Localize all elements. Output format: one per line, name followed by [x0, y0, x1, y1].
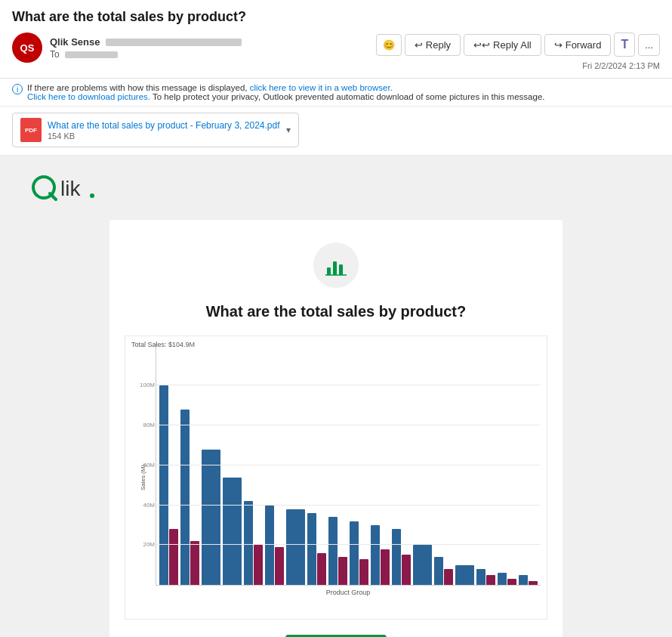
- teams-button[interactable]: T: [614, 32, 635, 57]
- more-options-button[interactable]: ...: [638, 34, 660, 56]
- attachment-bar: PDF What are the total sales by product …: [0, 107, 672, 156]
- svg-line-1: [50, 193, 56, 199]
- bar-group: [180, 410, 199, 585]
- emoji-button[interactable]: 😊: [376, 34, 402, 56]
- maroon-bar: [381, 549, 390, 585]
- bar-group: [371, 525, 390, 585]
- email-subject: What are the total sales by product?: [12, 9, 660, 32]
- recipient-redacted: [65, 51, 118, 58]
- qlik-logo: lik: [23, 171, 649, 205]
- sender-details: Qlik Sense To: [50, 36, 242, 60]
- maroon-bar: [317, 553, 326, 585]
- reply-all-icon: ↩↩: [473, 39, 490, 51]
- bar-group: [498, 573, 516, 585]
- teal-bar: [392, 529, 401, 585]
- reply-button[interactable]: ↩ Reply: [405, 34, 461, 56]
- attachment-item[interactable]: PDF What are the total sales by product …: [12, 113, 299, 147]
- email-body: lik What are the total sales by product?…: [0, 156, 672, 637]
- teal-bar: [159, 385, 168, 585]
- x-axis-label: Product Group: [156, 589, 541, 596]
- email-timestamp: Fri 2/2/2024 2:13 PM: [582, 61, 660, 70]
- bar-group: [307, 513, 326, 585]
- maroon-bar: [529, 581, 538, 585]
- sender-email-redacted: [106, 39, 242, 46]
- maroon-bar: [507, 579, 516, 585]
- chart-icon-circle: [313, 243, 359, 288]
- maroon-bar: [169, 529, 178, 585]
- svg-rect-6: [339, 264, 343, 275]
- bar-group: [159, 385, 178, 585]
- sender-info: QS Qlik Sense To: [12, 32, 242, 63]
- card-title: What are the total sales by product?: [125, 303, 547, 320]
- teal-bar: [371, 525, 380, 585]
- attachment-size: 154 KB: [48, 131, 280, 141]
- bar-group: [476, 569, 495, 585]
- teal-bar: [434, 557, 443, 585]
- teal-bar: [498, 573, 507, 585]
- teal-bar: [307, 513, 316, 585]
- maroon-bar: [402, 555, 411, 585]
- bars-area: 100M80M60M40M20M: [156, 344, 541, 586]
- maroon-bar: [359, 559, 368, 585]
- sender-name-row: Qlik Sense: [50, 36, 242, 48]
- more-icon: ...: [645, 39, 653, 51]
- teal-bar: [286, 509, 305, 585]
- attachment-details: What are the total sales by product - Fe…: [48, 120, 280, 141]
- bar-group: [202, 450, 220, 585]
- pdf-icon: PDF: [20, 118, 42, 142]
- forward-icon: ↪: [554, 39, 563, 51]
- teal-bar: [519, 575, 528, 585]
- qlik-logo-svg: lik: [30, 171, 121, 205]
- teal-bar: [350, 521, 359, 585]
- teal-bar: [413, 545, 432, 585]
- teal-bar: [180, 410, 190, 585]
- view-in-browser-link[interactable]: click here to view it in a web browser.: [250, 83, 393, 92]
- sender-name: Qlik Sense: [50, 36, 100, 48]
- emoji-icon: 😊: [383, 39, 395, 51]
- info-icon: i: [12, 84, 23, 94]
- bar-group: [519, 575, 538, 585]
- chevron-down-icon: ▾: [286, 125, 291, 135]
- maroon-bar: [275, 547, 284, 585]
- attachment-name: What are the total sales by product - Fe…: [48, 120, 280, 131]
- bar-group: [413, 545, 432, 585]
- chart-container: Total Sales: $104.9M Sales (M) 100M80M60…: [125, 336, 547, 620]
- email-meta-row: QS Qlik Sense To 😊 ↩ Reply: [12, 32, 660, 78]
- info-bar: i If there are problems with how this me…: [0, 79, 672, 107]
- forward-button[interactable]: ↪ Forward: [544, 34, 612, 56]
- info-text: If there are problems with how this mess…: [27, 83, 544, 101]
- bar-group: [223, 478, 242, 585]
- maroon-bar: [338, 557, 347, 585]
- bar-group: [244, 501, 263, 585]
- teal-bar: [202, 450, 220, 585]
- svg-rect-5: [333, 261, 337, 275]
- maroon-bar: [254, 545, 263, 585]
- maroon-bar: [444, 569, 453, 585]
- maroon-bar: [190, 541, 199, 585]
- bar-group: [286, 509, 305, 585]
- teal-bar: [244, 501, 253, 585]
- teal-bar: [223, 478, 242, 585]
- bar-group: [328, 517, 347, 585]
- reply-icon: ↩: [415, 39, 423, 51]
- email-header: What are the total sales by product? QS …: [0, 0, 672, 79]
- maroon-bar: [486, 575, 495, 585]
- svg-point-3: [90, 193, 94, 198]
- teal-bar: [476, 569, 486, 585]
- reply-all-button[interactable]: ↩↩ Reply All: [464, 34, 541, 56]
- download-pictures-link[interactable]: Click here to download pictures.: [27, 92, 150, 101]
- svg-rect-4: [327, 267, 331, 275]
- bar-group: [455, 565, 474, 585]
- action-buttons: 😊 ↩ Reply ↩↩ Reply All ↪ Forward T: [376, 32, 660, 57]
- teams-icon: T: [621, 38, 628, 51]
- bar-group: [350, 521, 368, 585]
- content-card: What are the total sales by product? Tot…: [109, 220, 563, 637]
- bar-chart-icon: [325, 254, 347, 277]
- bar-group: [392, 529, 411, 585]
- teal-bar: [328, 517, 338, 585]
- recipient-row: To: [50, 49, 242, 60]
- header-right: 😊 ↩ Reply ↩↩ Reply All ↪ Forward T: [376, 32, 660, 70]
- teal-bar: [455, 565, 474, 585]
- sender-avatar: QS: [12, 32, 42, 63]
- svg-text:lik: lik: [60, 177, 81, 200]
